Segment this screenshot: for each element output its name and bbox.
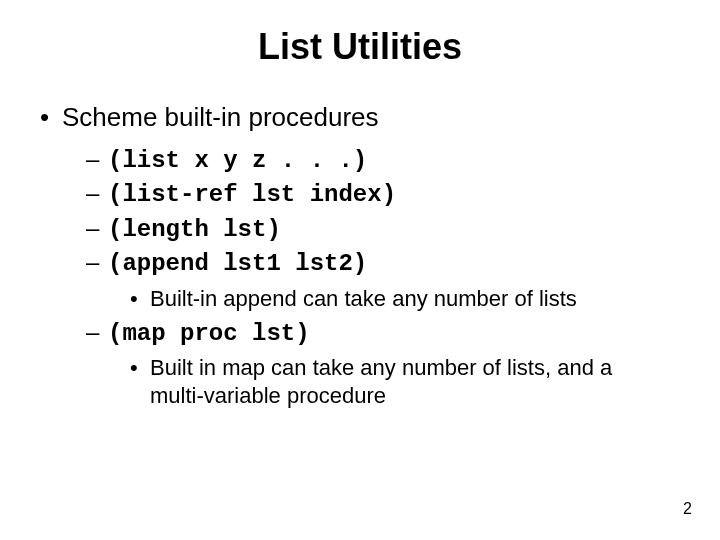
dash-icon: –: [86, 246, 108, 278]
code-text: (append lst1 lst2): [108, 250, 367, 277]
code-text: (list-ref lst index): [108, 181, 396, 208]
slide-title: List Utilities: [30, 26, 690, 68]
list-item: –(length lst): [86, 212, 690, 246]
list-item: –(list-ref lst index): [86, 177, 690, 211]
bullet-dot-icon: •: [130, 354, 150, 382]
code-text: (map proc lst): [108, 320, 310, 347]
page-number: 2: [683, 500, 692, 518]
list-item: –(append lst1 lst2): [86, 246, 690, 280]
code-text: (list x y z . . .): [108, 147, 367, 174]
heading-text: Scheme built-in procedures: [62, 102, 379, 132]
sub-note: •Built-in append can take any number of …: [130, 285, 690, 313]
dash-icon: –: [86, 177, 108, 209]
dash-icon: –: [86, 316, 108, 348]
note-text: Built in map can take any number of list…: [150, 354, 670, 409]
slide: List Utilities •Scheme built-in procedur…: [0, 0, 720, 540]
dash-icon: –: [86, 143, 108, 175]
code-text: (length lst): [108, 216, 281, 243]
list-item: –(map proc lst): [86, 316, 690, 350]
list-item: –(list x y z . . .): [86, 143, 690, 177]
note-text: Built-in append can take any number of l…: [150, 285, 577, 313]
heading-bullet: •Scheme built-in procedures: [40, 102, 690, 133]
dash-icon: –: [86, 212, 108, 244]
bullet-dot-icon: •: [130, 285, 150, 313]
bullet-dot-icon: •: [40, 102, 62, 133]
sub-note: •Built in map can take any number of lis…: [130, 354, 690, 409]
